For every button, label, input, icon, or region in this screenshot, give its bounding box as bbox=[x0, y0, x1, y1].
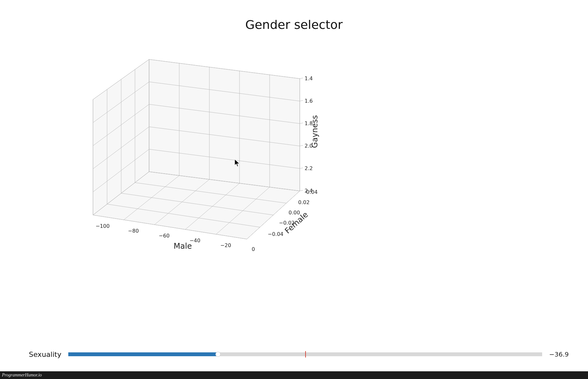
z-tick: 2.2 bbox=[305, 165, 313, 171]
svg-line-4 bbox=[300, 168, 303, 168]
svg-line-3 bbox=[300, 145, 303, 146]
x-tick: −80 bbox=[128, 228, 139, 234]
y-tick: −0.04 bbox=[268, 231, 283, 237]
sexuality-slider[interactable] bbox=[68, 352, 542, 356]
x-tick: 0 bbox=[252, 246, 255, 252]
panel-back-wall bbox=[149, 59, 300, 191]
z-tick: 1.4 bbox=[305, 75, 313, 82]
y-tick: 0.02 bbox=[298, 199, 310, 205]
watermark-bar: ProgrammerHumor.io bbox=[0, 371, 588, 379]
slider-value: −36.9 bbox=[549, 350, 569, 358]
y-tick: 0.04 bbox=[306, 189, 318, 195]
svg-line-0 bbox=[300, 78, 303, 79]
slider-fill bbox=[68, 352, 218, 356]
z-tickmarks bbox=[300, 78, 303, 191]
x-tick: −100 bbox=[96, 223, 110, 229]
svg-line-2 bbox=[300, 123, 303, 124]
svg-line-5 bbox=[300, 190, 303, 191]
chart-title: Gender selector bbox=[0, 18, 588, 32]
sexuality-slider-row: Sexuality −36.9 bbox=[29, 349, 569, 359]
z-tick: 1.6 bbox=[305, 98, 313, 104]
x-axis-label: Male bbox=[174, 242, 192, 251]
slider-handle[interactable] bbox=[215, 352, 221, 357]
x-tick: −20 bbox=[220, 242, 231, 248]
slider-center-mark bbox=[305, 351, 306, 357]
x-tick: −60 bbox=[159, 233, 170, 239]
slider-label: Sexuality bbox=[29, 350, 61, 358]
plot-3d[interactable]: 1.4 1.6 1.8 2.0 2.2 2.4 Gayness −0.04 −0… bbox=[93, 55, 317, 254]
z-axis-label: Gayness bbox=[310, 115, 319, 148]
watermark-text: ProgrammerHumor.io bbox=[0, 373, 42, 377]
svg-line-1 bbox=[300, 100, 303, 101]
